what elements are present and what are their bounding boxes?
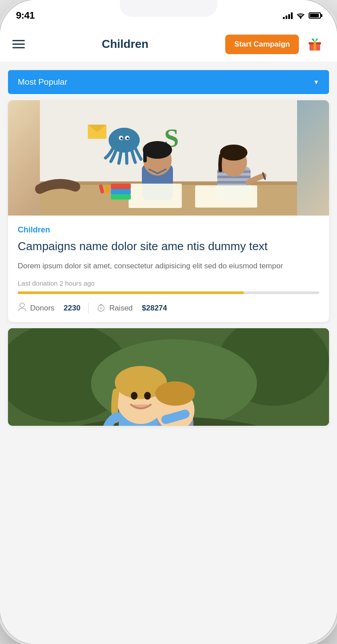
raised-stat: $ Raised $28274 — [97, 302, 167, 314]
campaign-image-1: S — [8, 100, 329, 216]
svg-point-51 — [155, 381, 195, 406]
last-donation-label: Last donation 2 hours ago — [18, 279, 319, 287]
card-description: Dorem ipsum dolor sit amet, consectetur … — [18, 260, 319, 272]
page-title: Children — [102, 37, 148, 51]
battery-icon — [309, 12, 321, 19]
nav-right: Start Campaign — [225, 35, 325, 54]
svg-point-12 — [127, 137, 129, 140]
sort-dropdown[interactable]: Most Popular ▼ — [8, 70, 329, 94]
svg-point-11 — [121, 137, 123, 140]
svg-point-36 — [20, 303, 24, 307]
campaign-image-2 — [8, 328, 329, 426]
svg-point-0 — [300, 17, 302, 19]
donors-count: 2230 — [64, 304, 81, 313]
content-area: Most Popular ▼ — [0, 62, 337, 644]
card-stats: Donors 2230 $ Raised $28274 — [18, 302, 319, 314]
svg-rect-33 — [111, 194, 131, 200]
card-category: Children — [18, 225, 319, 235]
gift-icon[interactable] — [305, 35, 325, 54]
svg-text:$: $ — [100, 306, 102, 310]
svg-rect-32 — [111, 189, 131, 194]
svg-rect-30 — [195, 185, 257, 208]
card-title: Campaigns name dolor site ame ntis dummy… — [18, 239, 319, 254]
start-campaign-button[interactable]: Start Campaign — [225, 35, 299, 54]
menu-button[interactable] — [12, 40, 25, 48]
nav-bar: Children Start Campaign — [0, 27, 337, 62]
svg-point-47 — [131, 392, 137, 400]
money-bag-icon: $ — [97, 302, 106, 314]
campaign-card-1[interactable]: S — [8, 100, 329, 322]
dropdown-label: Most Popular — [18, 77, 67, 87]
progress-bar-container — [18, 291, 319, 294]
wifi-icon — [296, 12, 305, 19]
donors-label: Donors — [30, 304, 55, 313]
svg-rect-4 — [309, 42, 321, 43]
donor-icon — [18, 302, 27, 314]
svg-rect-21 — [143, 149, 147, 162]
screen: 9:41 — [0, 0, 337, 644]
progress-bar-fill — [18, 291, 244, 294]
signal-bars-icon — [283, 12, 293, 19]
svg-rect-29 — [129, 184, 182, 208]
svg-rect-31 — [111, 184, 131, 189]
stat-divider — [88, 303, 89, 314]
phone-frame: 9:41 — [0, 0, 337, 644]
svg-point-48 — [144, 392, 151, 400]
svg-rect-25 — [217, 181, 251, 184]
donors-stat: Donors 2230 — [18, 302, 80, 314]
svg-point-20 — [143, 141, 172, 159]
notch — [120, 0, 217, 17]
raised-label: Raised — [109, 304, 133, 313]
svg-point-27 — [220, 145, 247, 161]
card-body-1: Children Campaigns name dolor site ame n… — [8, 216, 329, 322]
status-time: 9:41 — [16, 10, 35, 21]
status-icons — [283, 12, 321, 19]
raised-amount: $28274 — [142, 304, 167, 313]
campaign-card-2[interactable] — [8, 328, 329, 426]
svg-rect-3 — [313, 42, 316, 51]
chevron-down-icon: ▼ — [313, 79, 319, 86]
